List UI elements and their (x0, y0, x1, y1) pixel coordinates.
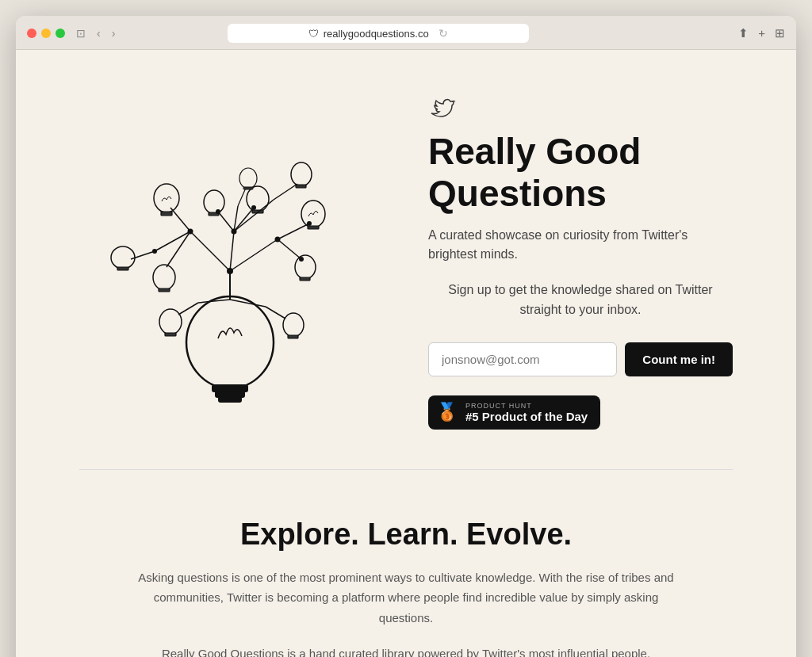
explore-body-1: Asking questions is one of the most prom… (136, 567, 676, 628)
svg-line-9 (230, 239, 278, 271)
svg-line-20 (155, 231, 190, 251)
minimize-button[interactable] (41, 29, 51, 38)
security-icon: 🛡 (308, 28, 319, 40)
svg-point-52 (216, 209, 220, 214)
svg-point-54 (307, 221, 312, 226)
hero-text: Really Good Questions A curated showcase… (412, 97, 733, 430)
svg-rect-30 (165, 333, 176, 336)
product-hunt-label: PRODUCT HUNT (465, 402, 588, 410)
forward-button[interactable]: › (109, 25, 119, 41)
submit-button[interactable]: Count me in! (625, 342, 733, 376)
tabs-icon[interactable]: ⊞ (775, 26, 785, 40)
svg-rect-23 (117, 267, 128, 270)
reload-icon[interactable]: ↻ (439, 27, 448, 40)
signup-form: Count me in! (428, 342, 733, 376)
svg-rect-45 (243, 187, 253, 189)
explore-body-2: Really Good Questions is a hand curated … (160, 644, 652, 657)
browser-controls: ⊡ ‹ › (73, 25, 118, 41)
svg-rect-12 (308, 226, 319, 229)
hero-section: Really Good Questions A curated showcase… (16, 50, 796, 469)
email-input[interactable] (428, 342, 617, 376)
explore-section: Explore. Learn. Evolve. Asking questions… (16, 470, 796, 657)
svg-line-5 (190, 231, 230, 271)
svg-point-7 (154, 184, 179, 212)
svg-line-24 (167, 231, 190, 267)
svg-point-22 (111, 246, 135, 269)
sidebar-toggle-icon[interactable]: ⊡ (73, 25, 89, 41)
svg-rect-37 (300, 277, 310, 281)
traffic-lights (27, 29, 65, 38)
twitter-bird-icon (428, 97, 733, 123)
svg-point-48 (275, 237, 281, 243)
page-content: Really Good Questions A curated showcase… (16, 50, 796, 657)
svg-point-46 (227, 268, 233, 274)
svg-line-38 (234, 200, 274, 231)
svg-rect-34 (288, 335, 298, 338)
svg-point-49 (232, 229, 237, 235)
svg-rect-3 (219, 397, 241, 402)
svg-line-39 (274, 184, 297, 200)
svg-point-53 (299, 257, 304, 262)
svg-rect-1 (213, 385, 247, 392)
svg-point-16 (247, 186, 269, 212)
new-tab-icon[interactable]: + (758, 26, 765, 40)
svg-point-0 (186, 296, 274, 388)
svg-line-6 (170, 208, 190, 231)
svg-point-29 (159, 309, 182, 334)
svg-line-10 (278, 223, 309, 239)
svg-line-43 (238, 188, 246, 206)
browser-window: ⊡ ‹ › 🛡 reallygoodquestions.co ↻ ⬆ + ⊞ (16, 16, 796, 657)
svg-point-18 (204, 190, 224, 214)
browser-chrome: ⊡ ‹ › 🛡 reallygoodquestions.co ↻ ⬆ + ⊞ (16, 16, 796, 50)
hero-body: Sign up to get the knowledge shared on T… (428, 280, 733, 320)
svg-line-15 (218, 212, 234, 231)
svg-rect-26 (159, 288, 170, 292)
svg-point-25 (153, 265, 175, 290)
explore-title: Explore. Learn. Evolve. (79, 518, 733, 552)
share-icon[interactable]: ⬆ (738, 26, 749, 40)
svg-point-50 (152, 249, 157, 254)
browser-actions: ⬆ + ⊞ (738, 26, 785, 40)
address-bar[interactable]: 🛡 reallygoodquestions.co ↻ (228, 24, 529, 43)
svg-point-51 (251, 205, 256, 210)
back-button[interactable]: ‹ (94, 25, 104, 41)
svg-point-44 (239, 168, 257, 189)
medal-icon: 🥉 (436, 402, 458, 422)
svg-rect-2 (216, 392, 244, 397)
maximize-button[interactable] (56, 29, 65, 38)
hero-subtitle: A curated showcase on curiosity from Twi… (428, 226, 733, 264)
svg-line-13 (230, 231, 234, 271)
hero-title: Really Good Questions (428, 131, 733, 215)
url-text: reallygoodquestions.co (324, 28, 429, 40)
svg-line-35 (278, 239, 301, 259)
svg-rect-41 (296, 185, 306, 188)
svg-line-32 (266, 307, 285, 319)
hero-illustration (79, 113, 381, 414)
svg-point-36 (295, 255, 316, 279)
svg-point-33 (283, 313, 304, 337)
product-hunt-badge[interactable]: 🥉 PRODUCT HUNT #5 Product of the Day (428, 395, 733, 430)
lightbulb-illustration (95, 113, 365, 414)
svg-point-40 (291, 162, 312, 186)
svg-rect-8 (161, 212, 172, 216)
close-button[interactable] (27, 29, 36, 38)
svg-point-47 (188, 229, 193, 235)
product-hunt-rank: #5 Product of the Day (465, 410, 588, 423)
